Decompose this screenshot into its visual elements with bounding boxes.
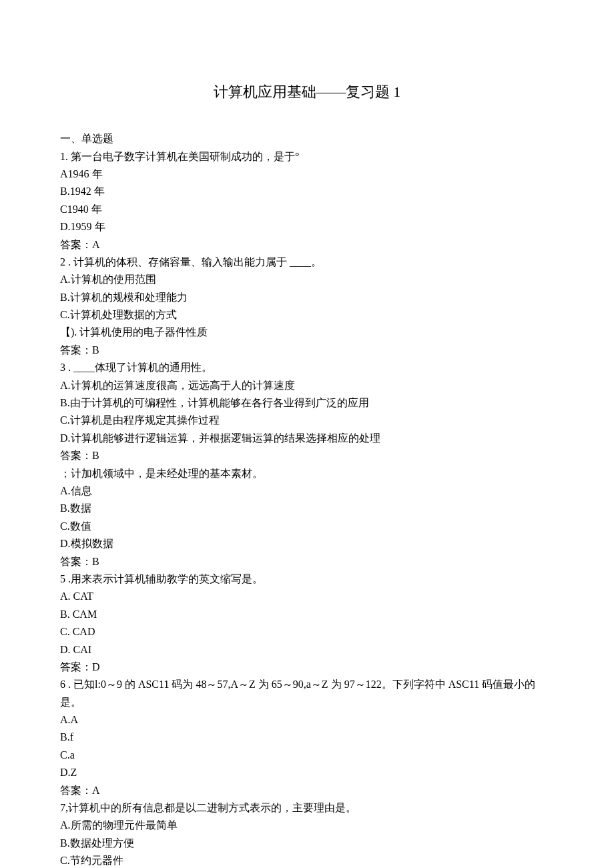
option-c: C.数值 [60, 518, 554, 535]
option-a: A.信息 [60, 482, 554, 500]
option-a: A.计算机的使用范围 [60, 271, 554, 288]
question-text: 1. 第一台电子数字计算机在美国研制成功的，是于° [60, 148, 554, 165]
question-text: 2 . 计算机的体积、存储容量、输入输出能力属于 ____。 [60, 254, 554, 271]
option-b: B.计算机的规模和处理能力 [60, 289, 554, 306]
option-c: C.a [60, 747, 554, 764]
option-d: D.模拟数据 [60, 535, 554, 552]
option-b: B.数据 [60, 500, 554, 517]
option-a: A.计算机的运算速度很高，远远高于人的计算速度 [60, 377, 554, 394]
document-title: 计算机应用基础——复习题 1 [60, 80, 554, 103]
question-text: 6 . 已知l:0～9 的 ASC11 码为 48～57,A～Z 为 65～90… [60, 676, 554, 711]
option-d: D.1959 年 [60, 218, 554, 236]
answer: 答案：B [60, 342, 554, 359]
option-c: C.计算机处理数据的方式 [60, 306, 554, 324]
answer: 答案：A [60, 782, 554, 799]
option-b: B.由于计算机的可编程性，计算机能够在各行各业得到广泛的应用 [60, 394, 554, 412]
question-text: ；计加机领域中，是未经处理的基本素材。 [60, 465, 554, 482]
option-d: D.计算机能够进行逻辑运算，并根据逻辑运算的结果选择相应的处理 [60, 430, 554, 447]
option-b: B.1942 年 [60, 183, 554, 200]
option-b: B. CAM [60, 606, 554, 623]
option-d: D. CAI [60, 641, 554, 659]
answer: 答案：D [60, 659, 554, 676]
answer: 答案：B [60, 447, 554, 464]
option-c: C. CAD [60, 623, 554, 640]
option-a: A. CAT [60, 588, 554, 605]
question-text: 5 .用来表示计算机辅助教学的英文缩写是。 [60, 570, 554, 588]
option-d: 【). 计算机使用的电子器件性质 [60, 324, 554, 341]
answer: 答案：A [60, 236, 554, 254]
option-b: B.数据处理方便 [60, 835, 554, 852]
option-a: A.所需的物理元件最简单 [60, 817, 554, 834]
option-a: A1946 年 [60, 165, 554, 183]
option-d: D.Z [60, 764, 554, 781]
question-text: 3 . ____体现了计算机的通用性。 [60, 359, 554, 376]
option-a: A.A [60, 711, 554, 729]
option-c: C.节约元器件 [60, 852, 554, 868]
option-b: B.f [60, 729, 554, 746]
option-c: C.计算机是由程序规定其操作过程 [60, 412, 554, 429]
section-header: 一、单选题 [60, 130, 554, 147]
question-text: 7,计算机中的所有信息都是以二进制方式表示的，主要理由是。 [60, 799, 554, 817]
answer: 答案：B [60, 553, 554, 570]
option-c: C1940 年 [60, 201, 554, 218]
